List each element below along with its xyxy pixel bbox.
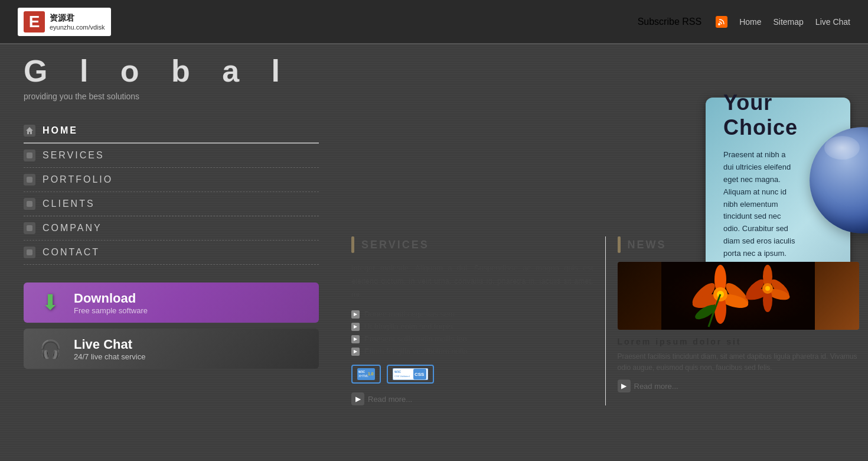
nav-services-label: Services [43, 150, 105, 161]
nav-sitemap[interactable]: Sitemap [773, 17, 803, 27]
services-title: Services [361, 239, 429, 251]
nav-clients-label: Clients [43, 199, 95, 209]
bullet-arrow-icon-1: ▶ [351, 310, 360, 319]
services-text: Integer molestie. Aliquam a dui. Suspend… [351, 262, 593, 301]
nav-item-portfolio[interactable]: Portfolio [24, 168, 319, 192]
svg-rect-3 [27, 177, 32, 183]
svg-rect-4 [27, 201, 32, 207]
header: E 资源君 eyunzhu.com/vdisk Subscribe RSS Ho… [0, 0, 868, 44]
nav-portfolio-label: Portfolio [43, 174, 113, 185]
news-column: News [618, 236, 860, 405]
svg-text:CSS Validated: CSS Validated [394, 375, 410, 378]
download-subtitle: Free sample software [74, 306, 148, 315]
css-badge: W3C CSS Validated CSS [387, 365, 434, 384]
bullet-item-1: ▶ Donec mattis egestas sem [351, 310, 593, 319]
news-read-more-text: Read more... [634, 382, 678, 391]
services-header: Services [351, 236, 593, 253]
svg-text:W3C: W3C [394, 370, 402, 374]
content-columns: Services Integer molestie. Aliquam a dui… [351, 236, 859, 405]
services-read-more[interactable]: ▶ Read more... [351, 392, 593, 405]
svg-text:XHTML: XHTML [358, 374, 368, 378]
nav-item-services[interactable]: Services [24, 144, 319, 168]
livechat-icon-area: 🎧 [35, 334, 65, 363]
nav-company-icon [24, 222, 35, 234]
download-arrow-icon: ⬇ [41, 290, 59, 315]
logo-letter: E [24, 11, 45, 33]
news-read-more[interactable]: ▶ Read more... [618, 379, 860, 392]
livechat-subtitle: 24/7 live chat service [74, 352, 145, 361]
nav-item-clients[interactable]: Clients [24, 192, 319, 216]
headset-icon: 🎧 [40, 339, 61, 359]
svg-text:1.0: 1.0 [368, 372, 374, 376]
download-title: Download [74, 291, 148, 306]
svg-point-0 [718, 23, 720, 25]
hero-title: Your Choice [723, 90, 798, 140]
svg-text:CSS: CSS [415, 372, 425, 377]
nav-item-contact[interactable]: Contact [24, 241, 319, 265]
validation-badges: W3C XHTML 1.0 W3C CSS Validated CSS [351, 365, 593, 384]
hero-sphere [810, 127, 868, 233]
svg-marker-1 [26, 127, 33, 134]
logo-text: 资源君 eyunzhu.com/vdisk [50, 13, 105, 31]
subscribe-rss-label: Subscribe RSS [638, 17, 702, 27]
nav-home[interactable]: Home [739, 17, 761, 27]
site-title-section: G l o b a l providing you the best solut… [24, 53, 319, 101]
svg-rect-5 [27, 225, 32, 231]
rss-icon[interactable] [716, 16, 727, 28]
nav-menu: Home Services Portfolio Clients [24, 119, 319, 265]
services-bar [351, 236, 354, 253]
services-column: Services Integer molestie. Aliquam a dui… [351, 236, 606, 405]
bullet-text-4: Etiam fringilla vestibulum nulla [364, 347, 468, 356]
nav-home-icon [24, 125, 35, 137]
bullet-arrow-icon-3: ▶ [351, 335, 360, 343]
top-nav: Subscribe RSS Home Sitemap Live Chat [638, 16, 850, 28]
nav-contact-label: Contact [43, 247, 100, 258]
xhtml-badge: W3C XHTML 1.0 [351, 365, 381, 384]
nav-services-icon [24, 150, 35, 161]
bullet-item-2: ▶ Ut fringilla enim sed turpis [351, 322, 593, 331]
bullet-item-3: ▶ Praesent sollicitudin mollis leo [351, 335, 593, 343]
svg-point-32 [765, 286, 770, 291]
flower-decoration [618, 262, 860, 330]
services-read-more-text: Read more... [368, 395, 412, 404]
left-sidebar: G l o b a l providing you the best solut… [0, 53, 342, 369]
nav-item-home[interactable]: Home [24, 119, 319, 144]
news-article-text: Praesent facilisis tincidunt diam, sit a… [618, 351, 860, 374]
news-bar [618, 236, 621, 253]
svg-text:W3C: W3C [358, 370, 366, 374]
bullet-text-3: Praesent sollicitudin mollis leo [364, 335, 466, 343]
nav-home-label: Home [43, 125, 78, 136]
download-button[interactable]: ⬇ Download Free sample software [24, 283, 319, 323]
svg-rect-2 [27, 152, 32, 158]
bullet-arrow-icon-4: ▶ [351, 348, 360, 356]
nav-live-chat[interactable]: Live Chat [815, 17, 850, 27]
bullet-item-4: ▶ Etiam fringilla vestibulum nulla [351, 347, 593, 356]
news-header: News [618, 236, 860, 253]
download-btn-text: Download Free sample software [74, 291, 148, 315]
bullet-arrow-icon-2: ▶ [351, 323, 360, 331]
bullet-text-1: Donec mattis egestas sem [364, 310, 455, 319]
nav-item-company[interactable]: Company [24, 216, 319, 241]
livechat-title: Live Chat [74, 337, 145, 352]
services-read-more-icon: ▶ [351, 392, 364, 405]
services-bullet-list: ▶ Donec mattis egestas sem ▶ Ut fringill… [351, 310, 593, 356]
news-title: News [628, 239, 667, 251]
main-wrapper: Your Choice Praesent at nibh a dui ultri… [0, 44, 868, 461]
news-article-title: Lorem ipsum dolor sit [618, 337, 860, 346]
livechat-button[interactable]: 🎧 Live Chat 24/7 live chat service [24, 329, 319, 369]
logo-brand: 资源君 [50, 13, 105, 24]
site-subtitle: providing you the best solutions [24, 92, 319, 101]
main-content: Services Integer molestie. Aliquam a dui… [351, 228, 859, 414]
logo[interactable]: E 资源君 eyunzhu.com/vdisk [18, 8, 111, 36]
sidebar-buttons: ⬇ Download Free sample software 🎧 Live C… [24, 283, 319, 369]
nav-clients-icon [24, 198, 35, 210]
news-read-more-icon: ▶ [618, 379, 631, 392]
bullet-text-2: Ut fringilla enim sed turpis [364, 322, 453, 331]
svg-rect-6 [27, 249, 32, 255]
logo-url: eyunzhu.com/vdisk [50, 24, 105, 31]
site-title: G l o b a l [24, 53, 319, 89]
news-image [618, 262, 860, 330]
nav-portfolio-icon [24, 174, 35, 186]
livechat-btn-text: Live Chat 24/7 live chat service [74, 337, 145, 361]
nav-company-label: Company [43, 223, 102, 233]
